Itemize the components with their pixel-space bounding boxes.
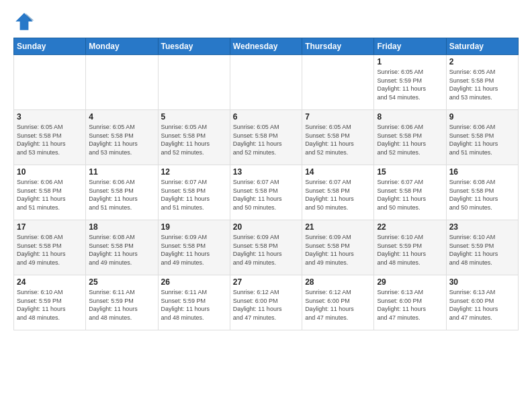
calendar-cell: 15Sunrise: 6:07 AM Sunset: 5:58 PM Dayli… [374, 165, 446, 220]
day-number: 3 [17, 112, 83, 122]
calendar-cell: 7Sunrise: 6:05 AM Sunset: 5:58 PM Daylig… [302, 110, 374, 165]
day-info: Sunrise: 6:08 AM Sunset: 5:58 PM Dayligh… [449, 178, 515, 212]
weekday-header: Monday [86, 38, 158, 55]
day-info: Sunrise: 6:06 AM Sunset: 5:58 PM Dayligh… [449, 123, 515, 156]
calendar-cell: 2Sunrise: 6:05 AM Sunset: 5:58 PM Daylig… [446, 55, 518, 110]
day-info: Sunrise: 6:05 AM Sunset: 5:58 PM Dayligh… [233, 123, 299, 156]
day-info: Sunrise: 6:06 AM Sunset: 5:58 PM Dayligh… [17, 178, 83, 212]
day-info: Sunrise: 6:07 AM Sunset: 5:58 PM Dayligh… [377, 178, 443, 212]
calendar-cell: 11Sunrise: 6:06 AM Sunset: 5:58 PM Dayli… [86, 165, 158, 220]
day-info: Sunrise: 6:05 AM Sunset: 5:58 PM Dayligh… [161, 123, 227, 156]
day-number: 21 [305, 222, 371, 232]
calendar-cell: 10Sunrise: 6:06 AM Sunset: 5:58 PM Dayli… [14, 165, 86, 220]
weekday-header: Sunday [14, 38, 86, 55]
calendar-cell: 16Sunrise: 6:08 AM Sunset: 5:58 PM Dayli… [446, 165, 518, 220]
calendar-cell: 13Sunrise: 6:07 AM Sunset: 5:58 PM Dayli… [230, 165, 302, 220]
day-info: Sunrise: 6:05 AM Sunset: 5:58 PM Dayligh… [449, 68, 515, 101]
page: SundayMondayTuesdayWednesdayThursdayFrid… [0, 0, 532, 411]
logo [13, 11, 38, 32]
day-number: 18 [89, 222, 154, 232]
calendar-cell: 23Sunrise: 6:10 AM Sunset: 5:59 PM Dayli… [446, 220, 518, 275]
svg-marker-0 [15, 13, 33, 30]
day-info: Sunrise: 6:13 AM Sunset: 6:00 PM Dayligh… [377, 288, 443, 322]
day-info: Sunrise: 6:05 AM Sunset: 5:58 PM Dayligh… [89, 123, 154, 156]
calendar-cell: 12Sunrise: 6:07 AM Sunset: 5:58 PM Dayli… [158, 165, 230, 220]
day-info: Sunrise: 6:07 AM Sunset: 5:58 PM Dayligh… [305, 178, 371, 212]
calendar-cell: 1Sunrise: 6:05 AM Sunset: 5:59 PM Daylig… [374, 55, 446, 110]
calendar-cell: 14Sunrise: 6:07 AM Sunset: 5:58 PM Dayli… [302, 165, 374, 220]
day-number: 24 [17, 277, 83, 287]
day-number: 29 [377, 277, 443, 287]
calendar-week-row: 17Sunrise: 6:08 AM Sunset: 5:58 PM Dayli… [14, 220, 519, 275]
weekday-header: Saturday [446, 38, 518, 55]
day-number: 13 [233, 167, 299, 177]
day-number: 2 [449, 57, 515, 66]
day-info: Sunrise: 6:07 AM Sunset: 5:58 PM Dayligh… [233, 178, 299, 212]
day-info: Sunrise: 6:05 AM Sunset: 5:58 PM Dayligh… [17, 123, 83, 156]
calendar-cell [86, 55, 158, 110]
calendar-cell: 27Sunrise: 6:12 AM Sunset: 6:00 PM Dayli… [230, 275, 302, 330]
calendar-week-row: 3Sunrise: 6:05 AM Sunset: 5:58 PM Daylig… [14, 110, 519, 165]
calendar-cell [230, 55, 302, 110]
day-info: Sunrise: 6:08 AM Sunset: 5:58 PM Dayligh… [89, 233, 154, 267]
day-number: 16 [449, 167, 515, 177]
calendar-cell: 26Sunrise: 6:11 AM Sunset: 5:59 PM Dayli… [158, 275, 230, 330]
day-info: Sunrise: 6:12 AM Sunset: 6:00 PM Dayligh… [233, 288, 299, 322]
day-info: Sunrise: 6:09 AM Sunset: 5:58 PM Dayligh… [233, 233, 299, 267]
day-number: 30 [449, 277, 515, 287]
calendar-cell: 9Sunrise: 6:06 AM Sunset: 5:58 PM Daylig… [446, 110, 518, 165]
day-number: 5 [161, 112, 227, 122]
weekday-header: Thursday [302, 38, 374, 55]
day-number: 7 [305, 112, 371, 122]
day-number: 17 [17, 222, 83, 232]
weekday-header: Tuesday [158, 38, 230, 55]
calendar-cell: 29Sunrise: 6:13 AM Sunset: 6:00 PM Dayli… [374, 275, 446, 330]
calendar-cell: 8Sunrise: 6:06 AM Sunset: 5:58 PM Daylig… [374, 110, 446, 165]
calendar-cell: 6Sunrise: 6:05 AM Sunset: 5:58 PM Daylig… [230, 110, 302, 165]
day-number: 6 [233, 112, 299, 122]
day-number: 27 [233, 277, 299, 287]
day-number: 19 [161, 222, 227, 232]
day-number: 4 [89, 112, 154, 122]
calendar-cell: 19Sunrise: 6:09 AM Sunset: 5:58 PM Dayli… [158, 220, 230, 275]
day-number: 25 [89, 277, 154, 287]
logo-icon [13, 11, 35, 32]
calendar-cell [302, 55, 374, 110]
day-number: 15 [377, 167, 443, 177]
calendar-cell: 30Sunrise: 6:13 AM Sunset: 6:00 PM Dayli… [446, 275, 518, 330]
calendar-cell: 25Sunrise: 6:11 AM Sunset: 5:59 PM Dayli… [86, 275, 158, 330]
day-number: 20 [233, 222, 299, 232]
day-info: Sunrise: 6:10 AM Sunset: 5:59 PM Dayligh… [17, 288, 83, 322]
weekday-header: Wednesday [230, 38, 302, 55]
day-info: Sunrise: 6:10 AM Sunset: 5:59 PM Dayligh… [377, 233, 443, 267]
day-number: 14 [305, 167, 371, 177]
day-info: Sunrise: 6:12 AM Sunset: 6:00 PM Dayligh… [305, 288, 371, 322]
calendar-week-row: 10Sunrise: 6:06 AM Sunset: 5:58 PM Dayli… [14, 165, 519, 220]
header [13, 11, 519, 32]
day-number: 8 [377, 112, 443, 122]
calendar-cell [14, 55, 86, 110]
calendar-cell [158, 55, 230, 110]
day-info: Sunrise: 6:05 AM Sunset: 5:58 PM Dayligh… [305, 123, 371, 156]
calendar-cell: 22Sunrise: 6:10 AM Sunset: 5:59 PM Dayli… [374, 220, 446, 275]
day-info: Sunrise: 6:11 AM Sunset: 5:59 PM Dayligh… [89, 288, 154, 322]
day-info: Sunrise: 6:10 AM Sunset: 5:59 PM Dayligh… [449, 233, 515, 267]
day-number: 12 [161, 167, 227, 177]
day-number: 9 [449, 112, 515, 122]
day-info: Sunrise: 6:08 AM Sunset: 5:58 PM Dayligh… [17, 233, 83, 267]
day-info: Sunrise: 6:07 AM Sunset: 5:58 PM Dayligh… [161, 178, 227, 212]
weekday-header: Friday [374, 38, 446, 55]
calendar-cell: 4Sunrise: 6:05 AM Sunset: 5:58 PM Daylig… [86, 110, 158, 165]
day-number: 26 [161, 277, 227, 287]
calendar-cell: 20Sunrise: 6:09 AM Sunset: 5:58 PM Dayli… [230, 220, 302, 275]
calendar-cell: 24Sunrise: 6:10 AM Sunset: 5:59 PM Dayli… [14, 275, 86, 330]
day-info: Sunrise: 6:09 AM Sunset: 5:58 PM Dayligh… [305, 233, 371, 267]
calendar-cell: 17Sunrise: 6:08 AM Sunset: 5:58 PM Dayli… [14, 220, 86, 275]
day-number: 22 [377, 222, 443, 232]
day-info: Sunrise: 6:13 AM Sunset: 6:00 PM Dayligh… [449, 288, 515, 322]
day-info: Sunrise: 6:09 AM Sunset: 5:58 PM Dayligh… [161, 233, 227, 267]
calendar-cell: 5Sunrise: 6:05 AM Sunset: 5:58 PM Daylig… [158, 110, 230, 165]
day-info: Sunrise: 6:06 AM Sunset: 5:58 PM Dayligh… [89, 178, 154, 212]
day-number: 28 [305, 277, 371, 287]
calendar-cell: 3Sunrise: 6:05 AM Sunset: 5:58 PM Daylig… [14, 110, 86, 165]
